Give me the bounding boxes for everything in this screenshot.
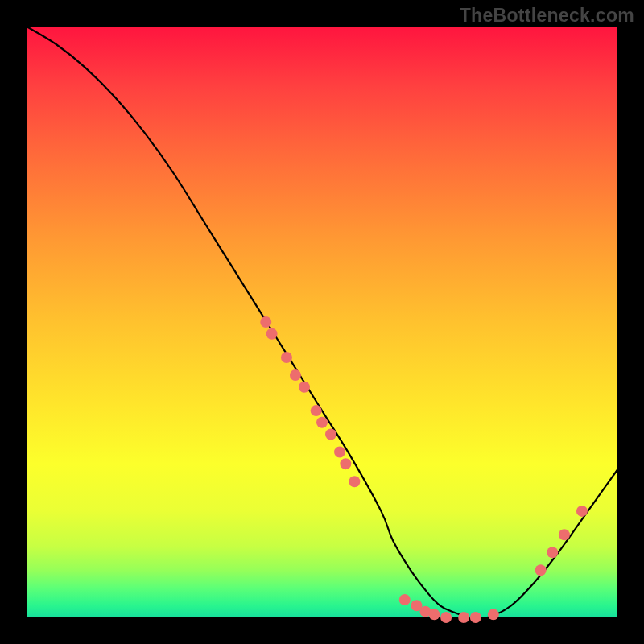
curve-marker: [576, 506, 588, 517]
curve-marker: [340, 458, 351, 469]
curve-marker: [535, 564, 547, 576]
curve-marker: [440, 612, 452, 623]
curve-marker: [325, 428, 336, 440]
bottleneck-curve-svg: [27, 27, 617, 617]
curve-marker: [299, 382, 310, 393]
curve-marker: [559, 529, 570, 540]
curve-marker: [428, 609, 440, 620]
curve-marker: [316, 417, 328, 428]
chart-frame: TheBottleneck.com: [0, 0, 644, 644]
curve-marker: [260, 316, 271, 328]
bottleneck-curve-line: [27, 27, 617, 619]
curve-marker: [311, 405, 322, 416]
curve-marker: [547, 547, 558, 558]
curve-marker: [399, 594, 411, 605]
curve-marker: [281, 352, 292, 363]
curve-marker: [488, 609, 499, 620]
curve-marker: [470, 612, 481, 623]
plot-area: [27, 27, 617, 617]
curve-marker: [290, 369, 301, 381]
curve-marker: [266, 328, 278, 340]
curve-marker: [349, 476, 360, 487]
watermark-text: TheBottleneck.com: [460, 5, 634, 27]
curve-marker: [334, 446, 345, 457]
curve-marker: [458, 612, 469, 623]
